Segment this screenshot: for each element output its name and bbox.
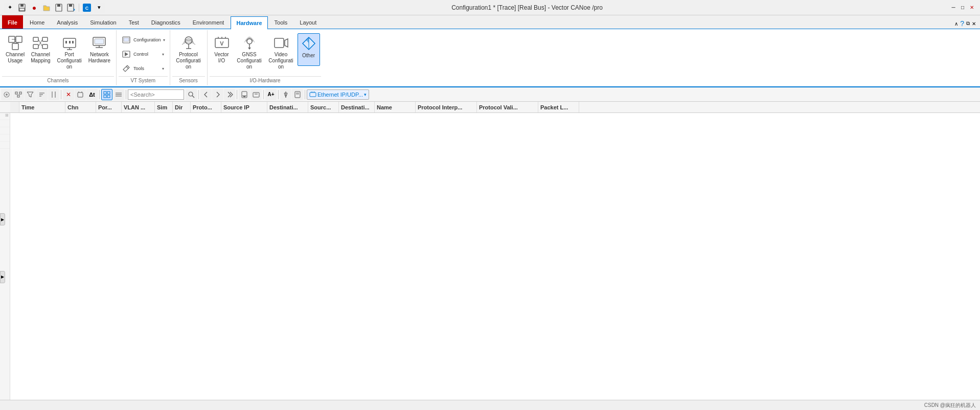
qat-new-btn[interactable]: ✦	[4, 3, 15, 13]
channel-mapping-btn[interactable]: ChannelMapping	[28, 33, 53, 66]
col-header-dest-ip[interactable]: Destinati...	[267, 102, 308, 112]
col-header-destination[interactable]: Destinati...	[339, 102, 375, 112]
protocol-configuration-btn[interactable]: ProtocolConfiguration	[173, 33, 204, 66]
tab-file[interactable]: File	[2, 15, 23, 29]
channel-mapping-icon	[32, 35, 49, 51]
port-configuration-btn[interactable]: PortConfiguration	[54, 33, 85, 66]
col-header-sim[interactable]: Sim	[155, 102, 173, 112]
video-configuration-icon	[273, 35, 289, 51]
col-header-protocol[interactable]: Proto...	[191, 102, 221, 112]
other-btn[interactable]: Other	[298, 33, 320, 66]
vt-control-btn[interactable]: Control ▾	[120, 48, 166, 61]
collapse-ribbon-btn[interactable]: ∧	[954, 21, 958, 27]
main-area: Time Chn Por... VLAN ... Sim Dir Proto..…	[0, 102, 980, 400]
tab-analysis[interactable]: Analysis	[51, 15, 83, 29]
ribbon-content: ChannelUsage	[0, 29, 980, 86]
tb-channels-btn[interactable]	[13, 89, 24, 100]
tab-diagnostics[interactable]: Diagnostics	[146, 15, 186, 29]
svg-point-71	[189, 92, 193, 96]
col-header-packet-len[interactable]: Packet L...	[538, 102, 579, 112]
channel-usage-label: ChannelUsage	[6, 52, 25, 64]
tb-delete-btn[interactable]: ✕	[63, 89, 74, 100]
channel-usage-btn[interactable]: ChannelUsage	[3, 33, 27, 66]
gnss-configuration-btn[interactable]: GNSSConfiguration	[234, 33, 265, 66]
tab-home[interactable]: Home	[24, 15, 50, 29]
tab-hardware[interactable]: Hardware	[231, 16, 267, 30]
tab-tools[interactable]: Tools	[269, 15, 293, 29]
svg-point-43	[247, 39, 252, 44]
svg-rect-22	[69, 41, 71, 43]
tab-test[interactable]: Test	[123, 15, 145, 29]
tb-list-btn[interactable]	[113, 89, 124, 100]
window-restore-btn2[interactable]: ⧉	[966, 20, 970, 27]
tb-record-btn[interactable]	[1, 89, 12, 100]
search-input[interactable]	[128, 89, 184, 100]
qat-save2-btn[interactable]	[53, 3, 64, 13]
tb-doc-btn[interactable]	[292, 89, 303, 100]
svg-rect-27	[95, 39, 104, 44]
tb-font-btn[interactable]: A+	[265, 89, 277, 100]
tb-search-go-btn[interactable]	[186, 89, 197, 100]
tb-nav-next-btn[interactable]	[212, 89, 223, 100]
col-header-time[interactable]: Time	[19, 102, 65, 112]
col-header-name[interactable]: Name	[375, 102, 416, 112]
gnss-configuration-icon	[241, 35, 258, 51]
vt-tools-btn[interactable]: Tools ▾	[120, 62, 166, 75]
col-header-source-ip[interactable]: Source IP	[221, 102, 267, 112]
tb-mark-btn[interactable]	[250, 89, 262, 100]
tb-col-settings-btn[interactable]	[48, 89, 59, 100]
svg-rect-46	[275, 38, 284, 48]
tb-clear-btn[interactable]	[75, 89, 86, 100]
svg-marker-74	[242, 96, 247, 97]
vector-io-btn[interactable]: V VectorI/O	[211, 33, 233, 66]
vt-tools-label: Tools	[133, 66, 144, 71]
tb-nav-prev-btn[interactable]	[200, 89, 212, 100]
tab-environment[interactable]: Environment	[187, 15, 230, 29]
column-header-row: Time Chn Por... VLAN ... Sim Dir Proto..…	[0, 102, 980, 113]
tb-nav-next2-btn[interactable]	[224, 89, 235, 100]
tab-layout[interactable]: Layout	[294, 15, 322, 29]
col-header-protocol-val[interactable]: Protocol Vali...	[477, 102, 538, 112]
channel-usage-icon	[7, 35, 24, 51]
window-close-btn2[interactable]: ✕	[972, 21, 976, 27]
help-btn[interactable]: ?	[960, 19, 964, 28]
svg-marker-45	[248, 48, 251, 50]
tb-bookmark-btn[interactable]	[239, 89, 250, 100]
col-header-vlan[interactable]: VLAN ...	[122, 102, 155, 112]
col-header-source[interactable]: Sourc...	[308, 102, 339, 112]
qat-more-btn[interactable]: ▾	[94, 3, 105, 13]
sensors-buttons: ProtocolConfiguration	[172, 31, 205, 76]
minimize-btn[interactable]: ─	[949, 4, 958, 12]
col-header-protocol-interp[interactable]: Protocol Interp...	[416, 102, 477, 112]
tb-filter-btn[interactable]	[25, 89, 36, 100]
restore-btn[interactable]: □	[959, 4, 967, 12]
network-hardware-btn[interactable]: NetworkHardware	[86, 33, 113, 66]
tb-delta-btn[interactable]: Δt	[86, 89, 98, 100]
col-header-port[interactable]: Por...	[96, 102, 122, 112]
channels-buttons: ChannelUsage	[2, 31, 114, 76]
qat-canoe-btn[interactable]: C	[81, 3, 93, 13]
tb-pin-btn[interactable]	[280, 89, 291, 100]
col-header-dir[interactable]: Dir	[173, 102, 191, 112]
tb-grid-btn[interactable]	[101, 89, 112, 100]
vt-configuration-icon	[121, 35, 131, 45]
ethernet-label: Ethernet IP/UDP...	[317, 92, 363, 98]
qat-open-btn[interactable]	[41, 3, 52, 13]
side-expand-bottom[interactable]: ▶	[0, 271, 5, 283]
qat-save-btn[interactable]	[16, 3, 28, 13]
vt-system-buttons: Configuration ▾ Control ▾	[119, 31, 168, 76]
ethernet-dropdown[interactable]: Ethernet IP/UDP... ▾	[307, 89, 369, 100]
qat-record-btn[interactable]: ●	[29, 3, 40, 13]
side-expand-top[interactable]: ▶	[0, 213, 5, 225]
svg-rect-83	[310, 93, 316, 97]
tb-sort-btn[interactable]	[36, 89, 48, 100]
qat-saveas-btn[interactable]	[65, 3, 77, 13]
col-header-chn[interactable]: Chn	[65, 102, 96, 112]
tab-simulation[interactable]: Simulation	[84, 15, 122, 29]
row-num-4	[0, 142, 10, 149]
close-btn[interactable]: ✕	[968, 4, 976, 12]
tb-sep1	[61, 90, 61, 99]
vt-configuration-btn[interactable]: Configuration ▾	[120, 33, 167, 47]
video-configuration-btn[interactable]: VideoConfiguration	[266, 33, 297, 66]
ribbon-right-controls: ∧ ? ⧉ ✕	[950, 18, 980, 29]
